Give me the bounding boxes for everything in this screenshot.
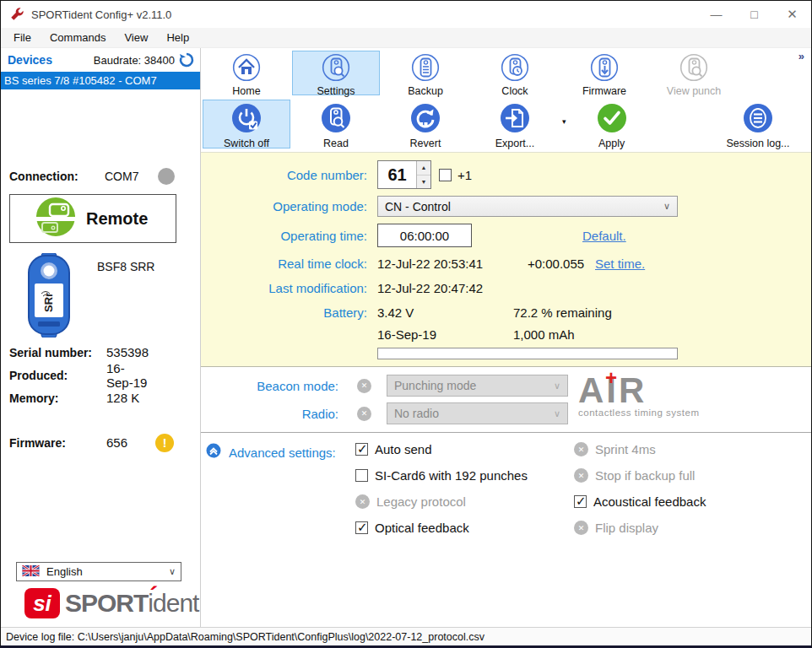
view-punch-icon	[679, 53, 708, 85]
toolbar-overflow-chevron[interactable]: »	[798, 50, 804, 62]
revert-button[interactable]: Revert	[382, 100, 469, 148]
battery-label: Battery:	[201, 305, 367, 320]
disabled-x-icon	[357, 379, 371, 393]
read-button[interactable]: Read	[292, 100, 380, 148]
spinner-up-button[interactable]: ▲	[417, 161, 430, 176]
remote-station-icon	[35, 197, 76, 240]
read-icon	[320, 102, 352, 138]
menu-view[interactable]: View	[115, 28, 157, 47]
auto-send-checkbox[interactable]	[355, 443, 368, 456]
battery-progress-bar	[377, 348, 678, 359]
app-window: SPORTident Config+ v2.11.0 — □ ✕ File Co…	[0, 0, 812, 648]
legacy-protocol-option: Legacy protocol	[355, 489, 528, 515]
menu-file[interactable]: File	[4, 28, 41, 47]
menu-help[interactable]: Help	[157, 28, 198, 47]
settings-icon	[322, 53, 350, 85]
optical-feedback-option[interactable]: Optical feedback	[355, 515, 528, 541]
view-punch-button: View punch	[650, 51, 738, 95]
beacon-mode-value: Punching mode	[394, 379, 554, 392]
air-logo-tagline: contactless timing system	[578, 408, 722, 418]
clock-icon	[501, 53, 529, 85]
code-number-spinner[interactable]: 61 ▲ ▼	[377, 160, 431, 189]
backup-button[interactable]: Backup	[382, 51, 469, 95]
remote-button[interactable]: Remote	[9, 194, 176, 243]
secondary-toolbar: Switch off Read Revert	[201, 97, 811, 152]
maximize-button[interactable]: □	[735, 1, 773, 28]
beacon-mode-select: Punching mode ∨	[387, 375, 568, 397]
set-time-link[interactable]: Set time.	[595, 256, 645, 271]
home-icon	[232, 53, 261, 85]
session-log-icon	[742, 102, 774, 138]
default-link[interactable]: Default.	[582, 229, 626, 243]
connection-status-dot	[158, 168, 175, 185]
operating-mode-label: Operating mode:	[201, 199, 367, 213]
auto-send-option[interactable]: Auto send	[355, 436, 528, 462]
collapse-icon[interactable]	[206, 443, 221, 462]
memory-value: 128 K	[106, 391, 149, 405]
acoustical-feedback-checkbox[interactable]	[574, 495, 587, 508]
radio-value: No radio	[394, 407, 554, 420]
si-card6-option[interactable]: SI-Card6 with 192 punches	[355, 462, 528, 489]
apply-button[interactable]: Apply	[568, 100, 656, 148]
beacon-section: Beacon mode: Punching mode ∨ Radio: No r…	[201, 367, 811, 433]
firmware-label: Firmware:	[9, 436, 106, 450]
battery-date: 16-Sep-19	[377, 327, 513, 342]
close-button[interactable]: ✕	[773, 1, 811, 28]
plus-one-checkbox[interactable]	[439, 169, 452, 181]
export-dropdown-arrow[interactable]: ▾	[562, 117, 566, 126]
menu-bar: File Commands View Help	[1, 28, 811, 48]
spinner-down-button[interactable]: ▼	[417, 176, 430, 189]
session-log-button[interactable]: Session log...	[708, 100, 808, 148]
disabled-x-icon	[574, 468, 588, 483]
si-card6-checkbox[interactable]	[355, 469, 368, 482]
radio-select: No radio ∨	[387, 402, 568, 424]
refresh-devices-icon[interactable]	[178, 51, 195, 68]
firmware-icon	[590, 53, 619, 85]
serial-number-label: Serial number:	[9, 346, 106, 359]
home-button[interactable]: Home	[203, 51, 290, 95]
chevron-down-icon: ∨	[169, 566, 176, 577]
status-bar: Device log file: C:\Users\janju\AppData\…	[1, 627, 811, 645]
beacon-mode-label: Beacon mode:	[201, 379, 338, 393]
serial-number-value: 535398	[106, 345, 149, 359]
export-button[interactable]: Export...	[471, 100, 559, 148]
firmware-warning-icon	[155, 434, 174, 452]
si-logo-word: SPORTident	[65, 589, 198, 618]
disabled-x-icon	[574, 442, 588, 456]
settings-button[interactable]: Settings	[292, 51, 380, 95]
window-title: SPORTident Config+ v2.11.0	[31, 8, 171, 21]
operating-mode-select[interactable]: CN - Control ∨	[377, 196, 678, 217]
export-icon	[499, 102, 531, 138]
real-time-clock-label: Real time clock:	[201, 256, 367, 271]
disabled-x-icon	[357, 407, 371, 421]
code-number-value[interactable]: 61	[378, 161, 416, 188]
clock-button[interactable]: Clock	[471, 51, 559, 95]
produced-value: 16-Sep-19	[106, 361, 149, 390]
main-panel: Home Settings Backup	[201, 48, 811, 627]
language-value: English	[46, 565, 169, 578]
firmware-button[interactable]: Firmware	[560, 51, 648, 95]
wrench-icon	[9, 7, 24, 22]
real-time-clock-value: 12-Jul-22 20:53:41	[377, 256, 528, 271]
bsf8-device-image: SRr	[24, 253, 73, 341]
optical-feedback-checkbox[interactable]	[355, 521, 368, 534]
switch-off-button[interactable]: Switch off	[203, 100, 290, 148]
memory-label: Memory:	[9, 392, 106, 405]
title-bar: SPORTident Config+ v2.11.0 — □ ✕	[1, 1, 811, 28]
language-select[interactable]: English ∨	[16, 562, 181, 581]
connection-label: Connection:	[9, 170, 105, 183]
battery-voltage: 3.42 V	[377, 305, 513, 320]
radio-label: Radio:	[201, 407, 338, 421]
minimize-button[interactable]: —	[697, 1, 735, 28]
remote-button-label: Remote	[86, 209, 148, 229]
menu-commands[interactable]: Commands	[41, 28, 115, 47]
clock-offset-value: +0:00.055	[528, 256, 595, 271]
battery-remaining: 72.2 % remaining	[513, 305, 612, 320]
operating-time-input[interactable]	[377, 224, 472, 247]
last-modification-label: Last modification:	[201, 281, 367, 295]
device-list: BS series 7/8 #105482 - COM7	[1, 72, 200, 153]
acoustical-feedback-option[interactable]: Acoustical feedback	[574, 489, 706, 515]
device-list-item-selected[interactable]: BS series 7/8 #105482 - COM7	[1, 72, 200, 89]
primary-toolbar: Home Settings Backup	[201, 48, 811, 97]
advanced-settings-section: Advanced settings: Auto send SI-Card6 wi…	[201, 433, 811, 555]
